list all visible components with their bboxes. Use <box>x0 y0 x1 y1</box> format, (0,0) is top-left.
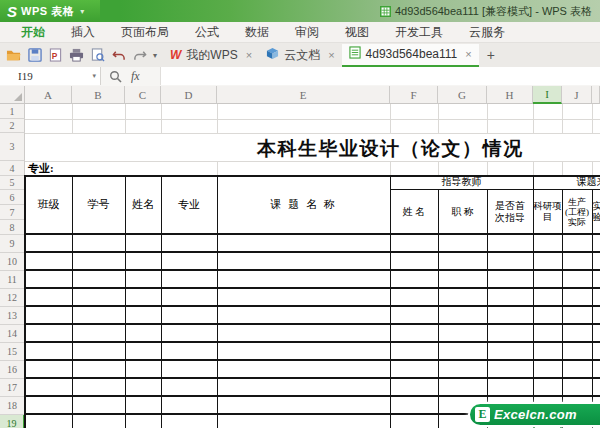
column-header-partial[interactable] <box>592 86 600 104</box>
column-header-H[interactable]: H <box>487 86 533 104</box>
row-header-15[interactable]: 15 <box>0 343 25 361</box>
table-border <box>72 175 73 428</box>
wps-logo-button[interactable]: S WPS 表格 ▾ <box>0 0 100 22</box>
toolbar-tab-row: P ▾ W我的WPS×云文档×4d93d564bea111× + <box>0 43 600 68</box>
row-header-9[interactable]: 9 <box>0 235 25 253</box>
tab-cloud-docs[interactable]: 云文档× <box>259 44 341 67</box>
row-header-2[interactable]: 2 <box>0 119 25 133</box>
sheet-doc-icon <box>349 46 361 62</box>
column-header-D[interactable]: D <box>161 86 217 104</box>
menu-item-view[interactable]: 视图 <box>332 22 382 43</box>
tab-my-wps-close-icon[interactable]: × <box>246 49 252 61</box>
header-cell-advisor-title[interactable]: 职 称 <box>438 190 487 233</box>
header-cell-first-time-text: 是否首次指导 <box>494 200 526 224</box>
row-header-19[interactable]: 19 <box>0 415 25 428</box>
row-header-13[interactable]: 13 <box>0 307 25 325</box>
menu-item-page-layout[interactable]: 页面布局 <box>108 22 182 43</box>
tab-my-wps-label: 我的WPS <box>186 47 237 64</box>
tab-document-close-icon[interactable]: × <box>465 48 471 60</box>
row-header-8[interactable]: 8 <box>0 220 25 235</box>
gridline <box>217 161 218 175</box>
table-border <box>533 175 534 428</box>
row-header-1[interactable]: 1 <box>0 104 25 119</box>
menu-item-formulas[interactable]: 公式 <box>182 22 232 43</box>
menu-item-review[interactable]: 审阅 <box>282 22 332 43</box>
row-header-6[interactable]: 6 <box>0 190 25 205</box>
header-cell-topic[interactable]: 课 题 名 称 <box>217 175 390 233</box>
header-cell-production-text: 生产(工程)实际 <box>565 197 589 227</box>
header-cell-production[interactable]: 生产(工程)实际 <box>562 190 592 233</box>
tab-cloud-docs-close-icon[interactable]: × <box>328 49 334 61</box>
search-icon[interactable] <box>108 69 123 84</box>
menu-item-home[interactable]: 开始 <box>8 22 58 43</box>
column-header-F[interactable]: F <box>390 86 438 104</box>
insert-function-button[interactable]: fx <box>131 69 140 84</box>
column-header-B[interactable]: B <box>72 86 125 104</box>
export-pdf-icon[interactable]: P <box>48 48 63 63</box>
gridline <box>438 161 439 175</box>
column-header-E[interactable]: E <box>217 86 390 104</box>
row-header-7[interactable]: 7 <box>0 205 25 220</box>
header-cell-lab-text: 实验 <box>592 201 600 223</box>
gridline <box>390 161 391 175</box>
name-box-dropdown-icon[interactable]: ▾ <box>92 72 96 80</box>
table-border <box>26 269 600 271</box>
select-all-button[interactable] <box>0 86 25 104</box>
header-cell-research-text: 科研项目 <box>533 201 562 223</box>
row-header-11[interactable]: 11 <box>0 271 25 289</box>
window-title-text: 4d93d564bea111 [兼容模式] - WPS 表格 <box>395 4 592 19</box>
table-border <box>161 175 162 428</box>
table-border <box>562 189 563 428</box>
name-box[interactable]: I19 ▾ <box>0 67 101 85</box>
row-header-14[interactable]: 14 <box>0 325 25 343</box>
header-cell-class[interactable]: 班级 <box>25 175 72 233</box>
header-cell-name[interactable]: 姓名 <box>125 175 161 233</box>
header-group-advisor[interactable]: 指导教师 <box>390 175 533 189</box>
gridline <box>533 161 534 175</box>
row-header-10[interactable]: 10 <box>0 253 25 271</box>
row-header-16[interactable]: 16 <box>0 361 25 379</box>
table-border <box>26 323 600 325</box>
tab-my-wps[interactable]: W我的WPS× <box>163 44 259 67</box>
header-cell-research[interactable]: 科研项目 <box>533 190 562 233</box>
svg-text:P: P <box>52 51 58 61</box>
print-icon[interactable] <box>69 48 84 63</box>
table-border <box>217 175 218 428</box>
row-header-17[interactable]: 17 <box>0 379 25 397</box>
toolbar-dropdown-icon[interactable]: ▾ <box>151 51 163 60</box>
row-header-4[interactable]: 4 <box>0 161 25 176</box>
header-cell-major[interactable]: 专业 <box>161 175 217 233</box>
table-border <box>26 359 600 361</box>
row-header-18[interactable]: 18 <box>0 397 25 415</box>
menu-item-cloud-services[interactable]: 云服务 <box>456 22 518 43</box>
column-header-I[interactable]: I <box>533 86 562 104</box>
row-header-5[interactable]: 5 <box>0 176 25 190</box>
table-border <box>390 189 600 190</box>
sheet-area: ABCDEFGHIJ 12345678910111213141516171819… <box>0 86 600 428</box>
quick-access-toolbar: P <box>0 48 151 63</box>
header-cell-lab[interactable]: 实验 <box>592 190 600 233</box>
header-group-source[interactable]: 课题来源 <box>533 175 600 189</box>
new-tab-button[interactable]: + <box>479 47 503 63</box>
header-cell-student-no[interactable]: 学号 <box>72 175 125 233</box>
row-header-3[interactable]: 3 <box>0 133 25 161</box>
menu-item-insert[interactable]: 插入 <box>58 22 108 43</box>
redo-icon[interactable] <box>132 48 147 63</box>
column-header-J[interactable]: J <box>562 86 592 104</box>
menu-item-dev-tools[interactable]: 开发工具 <box>382 22 456 43</box>
column-header-A[interactable]: A <box>25 86 72 104</box>
row-header-12[interactable]: 12 <box>0 289 25 307</box>
header-cell-advisor-name[interactable]: 姓 名 <box>390 190 438 233</box>
gridline <box>487 161 488 175</box>
column-header-G[interactable]: G <box>438 86 487 104</box>
open-folder-icon[interactable] <box>6 48 21 63</box>
tab-document[interactable]: 4d93d564bea111× <box>342 44 479 67</box>
header-cell-first-time[interactable]: 是否首次指导 <box>487 190 533 233</box>
undo-icon[interactable] <box>111 48 126 63</box>
formula-input[interactable] <box>160 67 600 85</box>
print-preview-icon[interactable] <box>90 48 105 63</box>
column-header-C[interactable]: C <box>125 86 161 104</box>
save-icon[interactable] <box>27 48 42 63</box>
table-border <box>24 175 26 428</box>
menu-item-data[interactable]: 数据 <box>232 22 282 43</box>
